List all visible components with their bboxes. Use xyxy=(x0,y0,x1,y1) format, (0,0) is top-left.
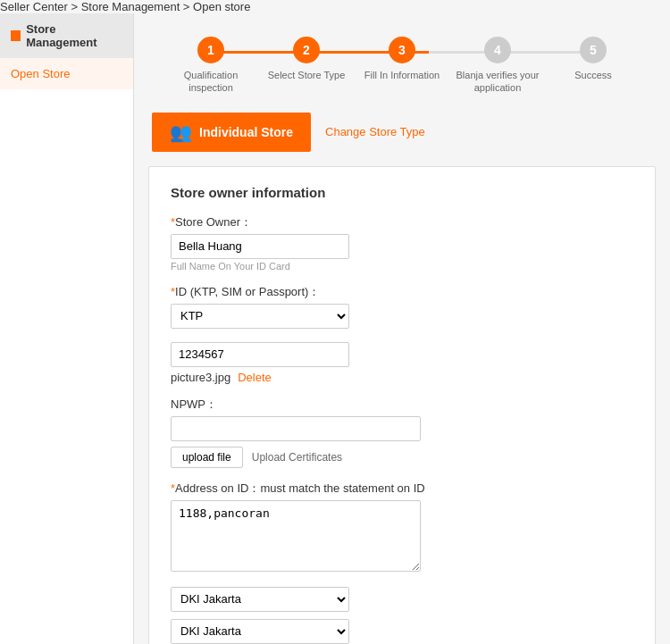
step-3: 3 Fill In Information xyxy=(357,37,447,81)
breadcrumb: Seller Center > Store Management > Open … xyxy=(0,0,670,13)
steps-container: 1 Qualification inspection 2 Select Stor… xyxy=(148,28,656,113)
step-label-2: Select Store Type xyxy=(268,69,346,81)
sidebar-item-label: Open Store xyxy=(11,67,71,80)
city-select[interactable]: DKI Jakarta xyxy=(171,619,349,644)
file-info: picture3.jpg Delete xyxy=(171,371,633,384)
id-number-input[interactable] xyxy=(171,342,349,367)
store-type-bar: 👥 Individual Store Change Store Type xyxy=(148,113,656,152)
store-owner-group: *Store Owner： Full Name On Your ID Card xyxy=(171,214,633,272)
step-circle-1: 1 xyxy=(197,37,224,63)
step-5: 5 Success xyxy=(549,37,638,81)
id-label: *ID (KTP, SIM or Passport)： xyxy=(171,284,633,300)
upload-file-button[interactable]: upload file xyxy=(171,447,243,468)
step-1: 1 Qualification inspection xyxy=(166,37,255,95)
change-store-type-label: Change Store Type xyxy=(325,125,425,138)
npwp-label: NPWP： xyxy=(171,397,633,413)
upload-file-label: upload file xyxy=(182,451,231,464)
step-label-3: Fill In Information xyxy=(364,69,440,81)
step-label-4: Blanja verifies your application xyxy=(453,69,542,95)
city-group: DKI Jakarta xyxy=(171,619,633,644)
step-4: 4 Blanja verifies your application xyxy=(453,37,542,95)
file-delete-link[interactable]: Delete xyxy=(238,371,272,384)
upload-cert-label: Upload Certificates xyxy=(252,451,342,464)
id-group: *ID (KTP, SIM or Passport)： KTP SIM Pass… xyxy=(171,284,633,384)
file-name: picture3.jpg xyxy=(171,371,230,384)
npwp-group: NPWP： upload file Upload Certificates xyxy=(171,397,633,468)
form-title: Store owner information xyxy=(171,185,633,200)
upload-cert-button[interactable]: Upload Certificates xyxy=(252,447,342,467)
sidebar-header: Store Management xyxy=(0,13,133,58)
step-label-5: Success xyxy=(574,69,612,81)
sidebar-header-label: Store Management xyxy=(26,22,122,49)
step-circle-5: 5 xyxy=(580,37,607,63)
npwp-input[interactable] xyxy=(171,416,421,441)
step-circle-2: 2 xyxy=(293,37,320,63)
address-textarea[interactable]: 1188,pancoran xyxy=(171,500,421,572)
breadcrumb-text: Seller Center > Store Management > Open … xyxy=(0,0,250,13)
step-circle-4: 4 xyxy=(484,37,511,63)
people-icon: 👥 xyxy=(170,121,192,143)
step-label-1: Qualification inspection xyxy=(166,69,255,95)
sidebar: Store Management Open Store xyxy=(0,13,134,644)
sidebar-icon xyxy=(11,30,21,41)
sidebar-item-open-store[interactable]: Open Store xyxy=(0,58,133,89)
upload-row: upload file Upload Certificates xyxy=(171,447,633,468)
address-label: *Address on ID：must match the statement … xyxy=(171,481,633,497)
main-content: 1 Qualification inspection 2 Select Stor… xyxy=(134,13,670,644)
step-circle-3: 3 xyxy=(389,37,415,63)
individual-store-button[interactable]: 👥 Individual Store xyxy=(152,113,311,152)
address-group: *Address on ID：must match the statement … xyxy=(171,481,633,574)
id-type-select[interactable]: KTP SIM Passport xyxy=(171,304,349,329)
store-type-label: Individual Store xyxy=(199,125,293,139)
province-select[interactable]: DKI Jakarta xyxy=(171,587,349,612)
store-owner-input[interactable] xyxy=(171,234,349,259)
form-panel: Store owner information *Store Owner： Fu… xyxy=(148,166,656,644)
change-store-type-link[interactable]: Change Store Type xyxy=(325,125,425,138)
store-owner-label: *Store Owner： xyxy=(171,214,633,230)
step-2: 2 Select Store Type xyxy=(262,37,351,81)
province-group: DKI Jakarta xyxy=(171,587,633,612)
store-owner-hint: Full Name On Your ID Card xyxy=(171,261,633,272)
